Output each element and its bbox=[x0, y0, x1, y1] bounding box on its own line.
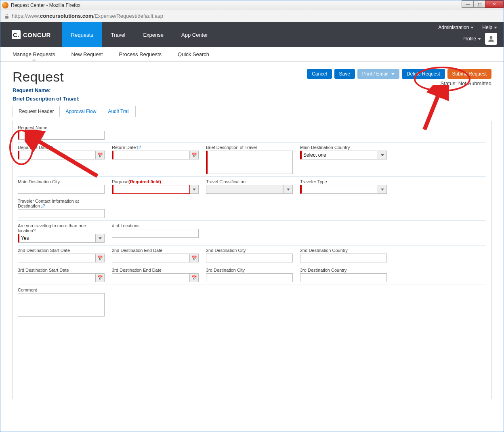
nav-appcenter[interactable]: App Center bbox=[172, 22, 217, 47]
avatar-icon[interactable] bbox=[485, 33, 497, 45]
nav-requests[interactable]: Requests bbox=[62, 22, 102, 47]
label-return-date: Return Date⤵? bbox=[112, 145, 199, 150]
label-purpose: Purpose(Required field) bbox=[112, 179, 199, 184]
firefox-icon bbox=[2, 2, 8, 8]
calendar-icon[interactable]: 📅 bbox=[96, 151, 105, 159]
window-close-button[interactable]: ✕ bbox=[485, 0, 504, 8]
label-request-name: Request Name bbox=[18, 125, 105, 130]
cancel-button[interactable]: Cancel bbox=[307, 69, 332, 79]
subnav-quick-search[interactable]: Quick Search bbox=[178, 47, 209, 61]
label-d3-end: 3rd Destination End Date bbox=[112, 268, 199, 273]
window-maximize-button[interactable]: ▢ bbox=[473, 0, 485, 8]
label-brief-desc: Brief Description of Travel bbox=[206, 145, 293, 150]
meta-brief-desc: Brief Description of Travel: bbox=[13, 96, 80, 102]
purpose-select[interactable] bbox=[112, 185, 190, 194]
label-d2-country: 2nd Destination Country bbox=[300, 248, 387, 253]
return-date-input[interactable] bbox=[112, 151, 190, 159]
svg-point-0 bbox=[490, 36, 493, 39]
label-main-dest-country: Main Destination Country bbox=[300, 145, 387, 150]
status-text: Status: Not Submitted bbox=[307, 80, 491, 86]
delete-request-button[interactable]: Delete Request bbox=[402, 69, 445, 79]
form-tabs: Request Header Approval Flow Audit Trail bbox=[13, 106, 491, 117]
multi-location-select[interactable] bbox=[18, 234, 96, 243]
lock-icon bbox=[4, 14, 9, 19]
label-travel-class: Travel Classification bbox=[206, 179, 293, 184]
nav-expense[interactable]: Expense bbox=[134, 22, 172, 47]
d3-country-input[interactable] bbox=[300, 273, 387, 282]
subnav-process-requests[interactable]: Process Requests bbox=[119, 47, 162, 61]
chevron-down-icon[interactable] bbox=[190, 185, 199, 194]
label-num-locations: # of Locations bbox=[112, 223, 199, 228]
d2-country-input[interactable] bbox=[300, 254, 387, 262]
top-nav: C.CONCUR Requests Travel Expense App Cen… bbox=[0, 22, 504, 47]
window-title: Request Center - Mozilla Firefox bbox=[11, 2, 80, 8]
calendar-icon[interactable]: 📅 bbox=[190, 151, 199, 159]
label-comment: Comment bbox=[18, 287, 105, 292]
tab-audit-trail[interactable]: Audit Trail bbox=[102, 106, 135, 117]
traveler-type-select[interactable] bbox=[300, 185, 378, 194]
label-d3-start: 3rd Destination Start Date bbox=[18, 268, 105, 273]
form-panel: Request Name Departure Date⤵? 📅 Return D… bbox=[13, 121, 491, 399]
save-button[interactable]: Save bbox=[334, 69, 355, 79]
print-email-button[interactable]: Print / Email bbox=[357, 69, 399, 79]
label-departure-date: Departure Date⤵? bbox=[18, 145, 105, 150]
subnav-new-request[interactable]: New Request bbox=[71, 47, 103, 61]
nav-travel[interactable]: Travel bbox=[102, 22, 134, 47]
chevron-down-icon[interactable] bbox=[378, 185, 387, 194]
address-bar[interactable]: https://www.concursolutions.com/Expense/… bbox=[0, 10, 504, 22]
label-d3-city: 3rd Destination City bbox=[206, 268, 293, 273]
main-dest-country-select[interactable] bbox=[300, 151, 378, 159]
contact-info-input[interactable] bbox=[18, 209, 105, 218]
departure-date-input[interactable] bbox=[18, 151, 96, 159]
submit-request-button[interactable]: Submit Request bbox=[447, 69, 491, 79]
nav-help[interactable]: Help bbox=[482, 25, 497, 30]
page-title: Request bbox=[13, 69, 80, 85]
travel-class-select[interactable] bbox=[206, 185, 284, 194]
num-locations-input[interactable] bbox=[112, 229, 199, 238]
d2-start-input[interactable] bbox=[18, 254, 96, 262]
request-name-input[interactable] bbox=[18, 131, 105, 140]
brief-desc-textarea[interactable] bbox=[206, 151, 293, 174]
calendar-icon[interactable]: 📅 bbox=[190, 273, 199, 282]
label-multi-location: Are you traveling to more than one locat… bbox=[18, 223, 105, 233]
subnav-manage-requests[interactable]: Manage Requests bbox=[13, 47, 55, 61]
nav-administration[interactable]: Administration bbox=[438, 25, 474, 30]
calendar-icon[interactable]: 📅 bbox=[96, 273, 105, 282]
tab-approval-flow[interactable]: Approval Flow bbox=[59, 106, 102, 117]
meta-request-name: Request Name: bbox=[13, 87, 80, 93]
chevron-down-icon[interactable] bbox=[378, 151, 387, 159]
label-contact-info: Traveler Contact Information at Destinat… bbox=[18, 199, 105, 208]
d2-end-input[interactable] bbox=[112, 254, 190, 262]
brand-logo[interactable]: C.CONCUR bbox=[0, 22, 62, 47]
nav-profile[interactable]: Profile bbox=[462, 36, 481, 42]
chevron-down-icon[interactable] bbox=[96, 234, 105, 243]
label-d2-end: 2nd Destination End Date bbox=[112, 248, 199, 253]
help-icon[interactable]: ⤵? bbox=[41, 204, 45, 208]
chevron-down-icon[interactable] bbox=[284, 185, 293, 194]
browser-titlebar: Request Center - Mozilla Firefox — ▢ ✕ bbox=[0, 0, 504, 10]
calendar-icon[interactable]: 📅 bbox=[190, 254, 199, 262]
d2-city-input[interactable] bbox=[206, 254, 293, 262]
main-dest-city-input[interactable] bbox=[18, 185, 105, 194]
label-d2-start: 2nd Destination Start Date bbox=[18, 248, 105, 253]
help-icon[interactable]: ⤵? bbox=[49, 145, 53, 150]
help-icon[interactable]: ⤵? bbox=[136, 145, 141, 150]
d3-end-input[interactable] bbox=[112, 273, 190, 282]
label-traveler-type: Traveler Type bbox=[300, 179, 387, 184]
label-d3-country: 3rd Destination Country bbox=[300, 268, 387, 273]
sub-nav: Manage Requests New Request Process Requ… bbox=[0, 47, 504, 62]
d3-city-input[interactable] bbox=[206, 273, 293, 282]
label-main-dest-city: Main Destination City bbox=[18, 179, 105, 184]
tab-request-header[interactable]: Request Header bbox=[13, 106, 60, 117]
window-minimize-button[interactable]: — bbox=[462, 0, 474, 8]
label-d2-city: 2nd Destination City bbox=[206, 248, 293, 253]
d3-start-input[interactable] bbox=[18, 273, 96, 282]
calendar-icon[interactable]: 📅 bbox=[96, 254, 105, 262]
comment-textarea[interactable] bbox=[18, 293, 105, 317]
